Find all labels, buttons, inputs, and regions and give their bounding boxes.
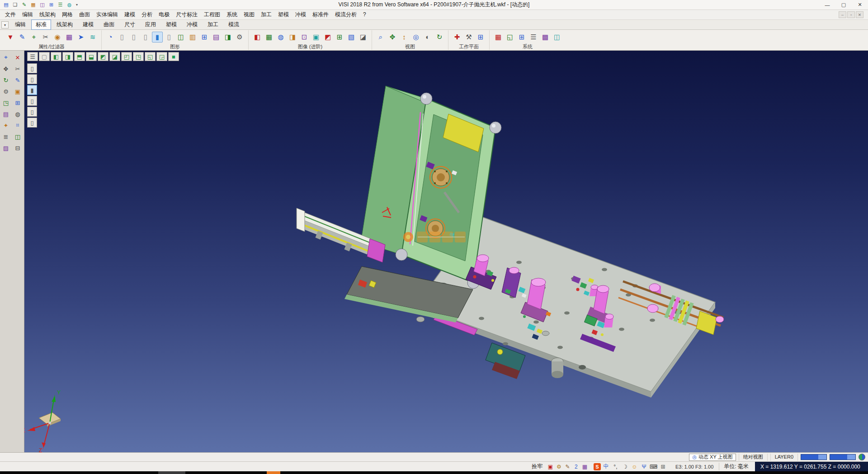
menu-item[interactable]: 塑模 bbox=[275, 10, 292, 19]
menu-item[interactable]: 系统 bbox=[223, 10, 241, 19]
tool-icon[interactable]: ✕ bbox=[12, 52, 23, 63]
toolbar-tab[interactable]: 曲面 bbox=[99, 19, 119, 30]
ribbon-icon[interactable]: ↻ bbox=[434, 32, 445, 43]
display-mode-button[interactable]: ▯ bbox=[27, 74, 37, 84]
tool-icon[interactable]: ✥ bbox=[0, 63, 11, 74]
ribbon-icon[interactable]: ▩ bbox=[540, 32, 551, 43]
view-cube-button[interactable]: ◳ bbox=[133, 52, 144, 61]
menu-item[interactable]: 工程图 bbox=[201, 10, 223, 19]
view-cube-button[interactable]: ◩ bbox=[98, 52, 108, 61]
view-mode-field[interactable]: ◎ 动态 XY 上视图 bbox=[689, 454, 736, 461]
close-button[interactable]: ✕ bbox=[852, 0, 868, 9]
tool-icon[interactable]: ⚙ bbox=[0, 86, 11, 97]
ribbon-icon[interactable]: ▧ bbox=[346, 32, 357, 43]
view-cube-button[interactable]: ◪ bbox=[109, 52, 120, 61]
ime-icon[interactable]: ☺ bbox=[630, 463, 639, 470]
menu-item[interactable]: 尺寸标注 bbox=[173, 10, 201, 19]
menu-item[interactable]: 实体编辑 bbox=[93, 10, 121, 19]
ribbon-icon[interactable]: ▯ bbox=[117, 32, 127, 43]
view-cube-button[interactable]: ◨ bbox=[62, 52, 73, 61]
ribbon-icon[interactable]: ✥ bbox=[387, 32, 398, 43]
tool-icon[interactable]: ≣ bbox=[0, 131, 11, 142]
menu-item[interactable]: 视图 bbox=[241, 10, 258, 19]
quick-access-icon[interactable]: ⊞ bbox=[47, 1, 56, 9]
menu-item[interactable]: 分析 bbox=[138, 10, 156, 19]
ribbon-icon[interactable]: ☰ bbox=[528, 32, 539, 43]
ribbon-icon[interactable]: ⚒ bbox=[463, 32, 474, 43]
tool-icon[interactable]: ⌖ bbox=[0, 52, 11, 63]
ribbon-icon[interactable]: ⊞ bbox=[475, 32, 486, 43]
globe-icon[interactable] bbox=[859, 454, 865, 460]
toolbar-tab[interactable]: 塑模 bbox=[161, 19, 181, 30]
layer-button[interactable]: LAYER0 bbox=[770, 454, 798, 461]
tool-icon[interactable]: ✦ bbox=[0, 120, 11, 131]
tool-icon[interactable]: ▨ bbox=[0, 142, 11, 153]
ribbon-icon[interactable]: ◪ bbox=[358, 32, 368, 43]
ribbon-icon[interactable]: ⌖ bbox=[28, 32, 39, 43]
menu-item[interactable]: 标准件 bbox=[309, 10, 332, 19]
view-cube-button[interactable]: ■ bbox=[168, 52, 179, 61]
menu-item[interactable]: 电极 bbox=[156, 10, 173, 19]
ime-icon[interactable]: °, bbox=[611, 463, 620, 470]
tool-icon[interactable]: ✂ bbox=[12, 63, 23, 74]
view-cube-button[interactable]: ▢ bbox=[39, 52, 50, 61]
ribbon-icon[interactable]: ↕ bbox=[399, 32, 410, 43]
ribbon-icon[interactable]: ◫ bbox=[552, 32, 562, 43]
tool-icon[interactable]: ▤ bbox=[0, 109, 11, 119]
ribbon-icon[interactable]: ▯ bbox=[128, 32, 139, 43]
menu-item[interactable]: 建模 bbox=[121, 10, 138, 19]
chevron-down-icon[interactable]: ▾ bbox=[74, 3, 80, 7]
tool-icon[interactable]: ◍ bbox=[12, 109, 23, 119]
quick-access-icon[interactable]: ▦ bbox=[29, 1, 38, 9]
ribbon-icon[interactable]: ◍ bbox=[275, 32, 286, 43]
view-cube-button[interactable]: ◰ bbox=[121, 52, 132, 61]
display-mode-button[interactable]: ▯ bbox=[27, 63, 37, 73]
model-3d-polishing-machine[interactable]: Y X Z bbox=[24, 51, 868, 452]
ribbon-icon[interactable]: ◨ bbox=[287, 32, 298, 43]
ime-icon[interactable]: ⌨ bbox=[649, 463, 658, 470]
menu-item[interactable]: ? bbox=[360, 10, 369, 19]
menu-item[interactable]: 网格 bbox=[59, 10, 76, 19]
lock-label[interactable]: 拴牢 bbox=[532, 463, 544, 470]
ribbon-icon[interactable]: ◧ bbox=[252, 32, 263, 43]
ribbon-icon[interactable]: ◉ bbox=[52, 32, 63, 43]
ribbon-icon[interactable]: ▥ bbox=[187, 32, 198, 43]
toolbar-tab[interactable]: 模流 bbox=[224, 19, 244, 30]
ime-icon[interactable]: 中 bbox=[602, 463, 610, 470]
menu-item[interactable]: 线架构 bbox=[36, 10, 59, 19]
menu-item[interactable]: 文件 bbox=[2, 10, 19, 19]
ribbon-icon[interactable]: ▦ bbox=[493, 32, 504, 43]
view-cube-button[interactable]: ☰ bbox=[27, 52, 38, 61]
ribbon-icon[interactable]: ◎ bbox=[410, 32, 421, 43]
tool-icon[interactable]: ⊞ bbox=[12, 97, 23, 108]
ime-icon[interactable]: ⊞ bbox=[659, 463, 667, 470]
ime-icon[interactable]: S bbox=[594, 463, 601, 470]
ribbon-icon[interactable]: ◱ bbox=[505, 32, 515, 43]
tool-icon[interactable]: ◫ bbox=[12, 131, 23, 142]
toolbar-tab[interactable]: 冲模 bbox=[182, 19, 202, 30]
tray-icon[interactable]: 2 bbox=[572, 463, 580, 470]
ribbon-icon[interactable]: ▣ bbox=[311, 32, 321, 43]
ribbon-icon[interactable]: ⊞ bbox=[516, 32, 527, 43]
tray-icon[interactable]: ▦ bbox=[580, 463, 589, 470]
quick-access-icon[interactable]: ✎ bbox=[20, 1, 28, 9]
toolbar-tab[interactable]: 标准 bbox=[31, 19, 51, 30]
toolbar-tab[interactable]: 加工 bbox=[203, 19, 223, 30]
display-mode-button[interactable]: ▯ bbox=[27, 118, 37, 128]
tool-icon[interactable]: ↻ bbox=[0, 75, 11, 85]
display-mode-button[interactable]: ▮ bbox=[27, 85, 37, 95]
view-cube-button[interactable]: ◱ bbox=[145, 52, 156, 61]
toolbar-tab[interactable]: 线架构 bbox=[52, 19, 77, 30]
viewport-3d[interactable]: ☰▢◧◨⬒⬓◩◪◰◳◱◲■ ▯▯▮▯▯▯ bbox=[24, 51, 868, 452]
ribbon-icon[interactable]: ◩ bbox=[322, 32, 333, 43]
view-cube-button[interactable]: ◲ bbox=[156, 52, 167, 61]
ribbon-icon[interactable]: ▤ bbox=[211, 32, 222, 43]
document-window-button[interactable]: – bbox=[839, 11, 846, 18]
menu-item[interactable]: 加工 bbox=[258, 10, 275, 19]
toolbar-tab[interactable]: 建模 bbox=[78, 19, 98, 30]
ribbon-icon[interactable]: ✂ bbox=[40, 32, 51, 43]
toolbar-tab[interactable]: 应用 bbox=[141, 19, 160, 30]
tab-dropdown-icon[interactable]: ▾ bbox=[1, 21, 9, 28]
toolbar-tab[interactable]: 尺寸 bbox=[120, 19, 140, 30]
ribbon-icon[interactable]: ▮ bbox=[152, 32, 163, 43]
